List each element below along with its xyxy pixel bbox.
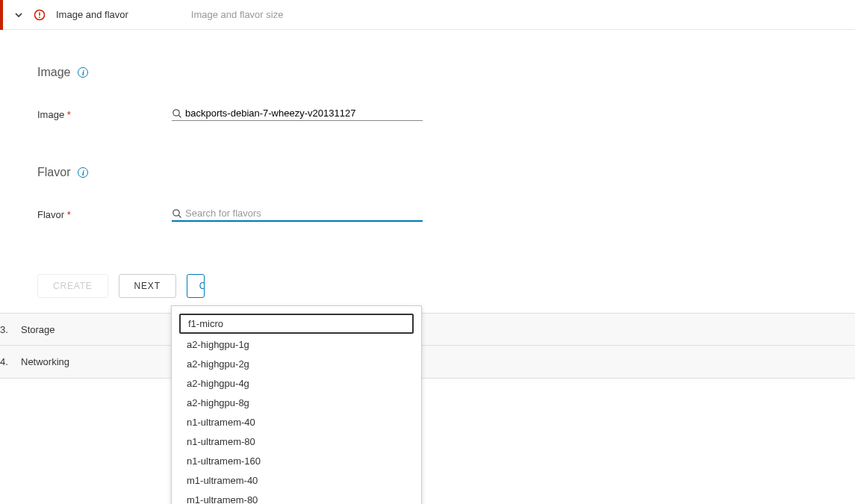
flavor-section-heading: Flavor i [37,166,818,179]
step-number: 3. [0,324,21,335]
search-icon [172,208,182,219]
image-input[interactable] [185,108,423,119]
flavor-option[interactable]: a2-highgpu-2g [179,355,414,373]
flavor-option[interactable]: n1-ultramem-40 [179,414,414,431]
main-content: Image i Image * Flavor i Flavor * [0,66,855,298]
create-button[interactable]: Create [37,274,108,298]
flavor-dropdown: f1-micro a2-highgpu-1g a2-highgpu-2g a2-… [171,305,422,504]
svg-point-3 [173,109,179,115]
next-button[interactable]: Next [119,274,176,298]
required-marker: * [67,109,71,120]
flavor-option[interactable]: a2-highgpu-1g [179,336,414,353]
flavor-heading-text: Flavor [37,166,70,179]
flavor-search-field[interactable] [172,208,423,222]
chevron-down-icon[interactable] [14,10,23,19]
flavor-option[interactable]: n1-ultramem-160 [179,452,414,470]
svg-line-4 [178,115,181,117]
required-marker: * [67,209,71,220]
flavor-field-label: Flavor * [37,209,157,220]
alert-icon [34,9,46,21]
search-icon [172,108,182,119]
flavor-option[interactable]: a2-highgpu-8g [179,394,414,411]
flavor-option[interactable]: m1-ultramem-40 [179,472,414,489]
cancel-button[interactable]: C [187,274,205,298]
step-number: 4. [0,356,21,367]
accent-strip [0,0,3,30]
step-storage[interactable]: 3. Storage [0,313,855,346]
svg-point-2 [39,16,40,18]
flavor-option[interactable]: a2-highgpu-4g [179,375,414,392]
image-section-heading: Image i [37,66,818,79]
header-subtitle: Image and flavor size [191,9,284,20]
info-icon[interactable]: i [78,67,88,78]
flavor-option[interactable]: f1-micro [179,314,414,334]
image-heading-text: Image [37,66,70,79]
header-title: Image and flavor [56,9,128,20]
flavor-input[interactable] [185,208,423,219]
info-icon[interactable]: i [78,167,88,178]
image-search-field[interactable] [172,108,423,121]
svg-line-6 [178,215,181,217]
image-field-label: Image * [37,109,157,120]
step-networking[interactable]: 4. Networking [0,346,855,379]
flavor-option[interactable]: m1-ultramem-80 [179,491,414,504]
buttons-row: Create Next C [37,274,818,298]
section-header: Image and flavor Image and flavor size [0,0,855,30]
image-field-row: Image * [37,108,818,121]
flavor-option[interactable]: n1-ultramem-80 [179,433,414,450]
step-label: Storage [21,324,55,335]
svg-point-5 [173,209,179,215]
step-label: Networking [21,356,69,367]
flavor-dropdown-list[interactable]: f1-micro a2-highgpu-1g a2-highgpu-2g a2-… [172,306,421,504]
flavor-field-row: Flavor * [37,208,818,222]
